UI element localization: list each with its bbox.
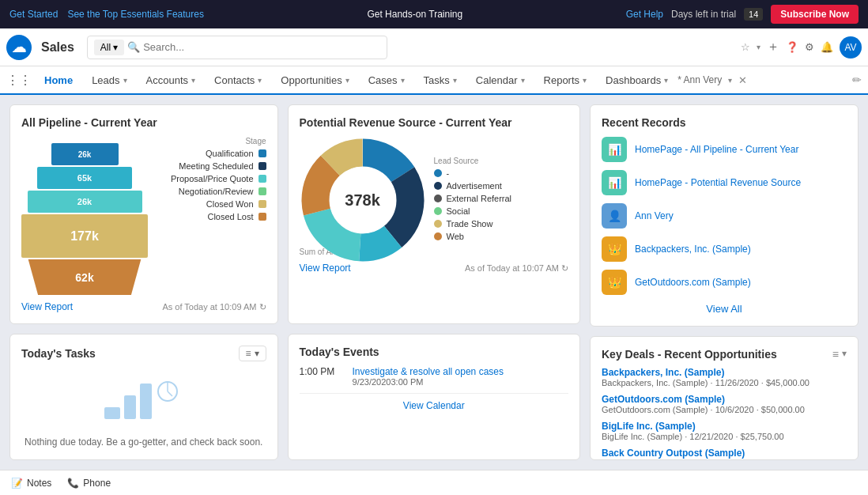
event-subtitle-0: 9/23/20203:00 PM — [353, 377, 504, 387]
deal-name-0[interactable]: Backpackers, Inc. (Sample) — [602, 367, 847, 378]
revenue-title: Potential Revenue Source - Current Year — [300, 116, 568, 129]
contacts-dropdown-icon[interactable]: ▾ — [258, 76, 262, 85]
key-deals-filter-icon[interactable]: ≡ — [832, 348, 839, 361]
search-input[interactable] — [143, 41, 380, 53]
pipeline-view-report[interactable]: View Report — [21, 301, 73, 312]
svg-line-13 — [168, 391, 172, 396]
funnel-row-3: 177k — [21, 214, 148, 258]
deal-name-3[interactable]: Back Country Outpost (Sample) — [602, 448, 847, 459]
tab-home[interactable]: Home — [35, 66, 82, 95]
record-link-1[interactable]: HomePage - Potential Revenue Source — [635, 177, 801, 188]
help-icon[interactable]: ❓ — [786, 41, 798, 53]
tab-calendar[interactable]: Calendar▾ — [466, 66, 534, 95]
view-all-link[interactable]: View All — [602, 303, 847, 315]
deal-name-2[interactable]: BigLife Inc. (Sample) — [602, 421, 847, 432]
star-dropdown-icon[interactable]: ▾ — [757, 43, 760, 51]
search-all-dropdown[interactable]: All ▾ — [94, 40, 124, 55]
tab-dashboards[interactable]: Dashboards▾ — [596, 66, 677, 95]
leads-dropdown-icon[interactable]: ▾ — [123, 76, 127, 85]
record-icon-1: 📊 — [602, 170, 627, 195]
tab-cases[interactable]: Cases▾ — [359, 66, 414, 95]
accounts-dropdown-icon[interactable]: ▾ — [191, 76, 195, 85]
legend-row-1: Meeting Scheduled — [157, 161, 266, 171]
phone-label: Phone — [83, 478, 111, 489]
notes-button[interactable]: 📝 Notes — [11, 478, 51, 489]
bell-icon[interactable]: 🔔 — [821, 41, 833, 53]
calendar-dropdown-icon[interactable]: ▾ — [521, 76, 525, 85]
tab-leads[interactable]: Leads▾ — [82, 66, 136, 95]
essentials-link[interactable]: See the Top Essentials Features — [67, 9, 204, 20]
pipeline-title: All Pipeline - Current Year — [21, 116, 266, 129]
record-link-0[interactable]: HomePage - All Pipeline - Current Year — [635, 144, 798, 155]
view-calendar-link[interactable]: View Calendar — [300, 393, 568, 411]
dashboards-dropdown-icon[interactable]: ▾ — [664, 76, 668, 85]
revenue-view-report[interactable]: View Report — [300, 263, 351, 274]
star-icon[interactable]: ☆ — [741, 41, 750, 53]
add-icon[interactable]: ＋ — [767, 39, 779, 55]
events-card: Today's Events 1:00 PM Investigate & res… — [288, 334, 580, 460]
record-icon-0: 📊 — [602, 137, 627, 162]
user-tab-dropdown[interactable]: ▾ — [728, 76, 732, 85]
gear-icon[interactable]: ⚙ — [805, 41, 814, 53]
edit-icon[interactable]: ✏ — [852, 74, 862, 86]
revenue-refresh-icon[interactable]: ↻ — [561, 263, 568, 273]
legend-trade-show: Trade Show — [434, 219, 568, 229]
donut-legend-container: Lead Source - Advertisement External Ref… — [434, 157, 568, 244]
deal-detail-1: GetOutdoors.com (Sample) · 10/6/2020 · $… — [602, 405, 847, 414]
refresh-icon[interactable]: ↻ — [259, 302, 266, 312]
get-started-link[interactable]: Get Started — [9, 9, 58, 20]
record-icon-3: 👑 — [602, 236, 627, 262]
app-name: Sales — [41, 40, 74, 55]
tab-tasks[interactable]: Tasks▾ — [414, 66, 466, 95]
funnel-chart: 26k 65k 26k 177k 62k — [21, 143, 148, 295]
recent-records-card: Recent Records 📊 HomePage - All Pipeline… — [590, 104, 859, 327]
funnel-row-2: 26k — [28, 191, 142, 213]
legend-row-4: Closed Won — [157, 199, 266, 209]
close-user-tab-icon[interactable]: ✕ — [738, 74, 747, 86]
tasks-illustration — [96, 368, 191, 430]
tab-accounts[interactable]: Accounts▾ — [137, 66, 205, 95]
subscribe-button[interactable]: Subscribe Now — [771, 5, 859, 24]
trial-label: Days left in trial — [671, 9, 736, 20]
recent-records-title: Recent Records — [602, 116, 847, 129]
legend-external-referral: External Referral — [434, 194, 568, 203]
pipeline-footer: View Report As of Today at 10:09 AM ↻ — [21, 301, 266, 312]
tasks-empty-text: Nothing due today. Be a go-getter, and c… — [25, 436, 262, 448]
training-link[interactable]: Get Hands-on Training — [217, 9, 613, 20]
avatar[interactable]: AV — [840, 36, 862, 59]
revenue-card: Potential Revenue Source - Current Year — [288, 104, 580, 324]
reports-dropdown-icon[interactable]: ▾ — [583, 76, 587, 85]
tab-contacts[interactable]: Contacts▾ — [205, 66, 271, 95]
user-name-tab[interactable]: * Ann Very — [677, 74, 722, 85]
funnel-row-0: 26k — [51, 143, 119, 165]
record-row-1: 📊 HomePage - Potential Revenue Source — [602, 170, 847, 195]
tab-reports[interactable]: Reports▾ — [534, 66, 597, 95]
tasks-dropdown-icon[interactable]: ▾ — [453, 76, 457, 85]
notes-icon: 📝 — [11, 478, 23, 489]
record-row-0: 📊 HomePage - All Pipeline - Current Year — [602, 137, 847, 162]
donut-container: 378k Lead Source - Advertisement Externa… — [300, 137, 568, 263]
deal-name-1[interactable]: GetOutdoors.com (Sample) — [602, 394, 847, 405]
key-deals-dropdown-icon[interactable]: ▾ — [842, 348, 847, 361]
legend-social: Social — [434, 206, 568, 216]
record-link-4[interactable]: GetOutdoors.com (Sample) — [635, 277, 751, 288]
record-icon-4: 👑 — [602, 270, 627, 295]
chevron-down-icon: ▾ — [113, 42, 118, 53]
event-title-link-0[interactable]: Investigate & resolve all open cases — [353, 366, 504, 377]
tasks-filter-button[interactable]: ≡ ▾ — [239, 346, 266, 361]
opportunities-dropdown-icon[interactable]: ▾ — [345, 76, 349, 85]
deal-row-0: Backpackers, Inc. (Sample) Backpackers, … — [602, 367, 847, 387]
grid-icon[interactable]: ⋮⋮ — [6, 73, 32, 88]
svg-rect-9 — [124, 395, 136, 419]
help-link[interactable]: Get Help — [626, 9, 663, 20]
revenue-timestamp: As of Today at 10:07 AM ↻ — [465, 263, 568, 274]
events-title: Today's Events — [300, 346, 568, 358]
top-bar-right: Get Help Days left in trial 14 Subscribe… — [626, 5, 859, 24]
phone-button[interactable]: 📞 Phone — [67, 478, 111, 489]
svg-rect-8 — [104, 407, 120, 419]
record-link-2[interactable]: Ann Very — [635, 210, 674, 221]
phone-icon: 📞 — [67, 478, 79, 489]
tab-opportunities[interactable]: Opportunities▾ — [271, 66, 358, 95]
cases-dropdown-icon[interactable]: ▾ — [401, 76, 405, 85]
record-link-3[interactable]: Backpackers, Inc. (Sample) — [635, 244, 751, 255]
